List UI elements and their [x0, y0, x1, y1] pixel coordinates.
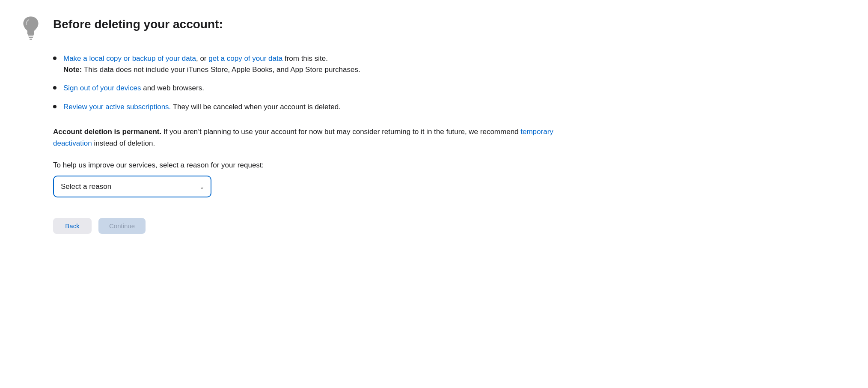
reason-prompt: To help us improve our services, select … — [53, 161, 582, 170]
continue-button[interactable]: Continue — [98, 218, 146, 234]
list-item: Make a local copy or backup of your data… — [53, 53, 582, 75]
page-title: Before deleting your account: — [53, 17, 223, 32]
list-item-content: Make a local copy or backup of your data… — [63, 53, 582, 75]
backup-data-link[interactable]: Make a local copy or backup of your data — [63, 54, 196, 63]
permanent-text: If you aren’t planning to use your accou… — [161, 128, 520, 136]
bold-warning: Account deletion is permanent. — [53, 128, 161, 136]
list-item: Sign out of your devices and web browser… — [53, 83, 582, 94]
list-item-content: Sign out of your devices and web browser… — [63, 83, 582, 94]
permanent-suffix: instead of deletion. — [92, 139, 155, 147]
header-section: Before deleting your account: — [17, 17, 582, 41]
back-button[interactable]: Back — [53, 218, 92, 234]
get-copy-link[interactable]: get a copy of your data — [208, 54, 282, 63]
suffix-text: and web browsers. — [141, 84, 204, 92]
svg-rect-0 — [28, 35, 34, 36]
bullet-dot — [53, 86, 56, 90]
reason-select[interactable]: Select a reason I have a privacy concern… — [53, 176, 211, 197]
suffix-text: They will be canceled when your account … — [171, 103, 341, 111]
list-item: Review your active subscriptions. They w… — [53, 101, 582, 113]
suffix-text: from this site. — [282, 54, 328, 63]
bullet-dot — [53, 105, 56, 108]
reason-dropdown-wrapper: Select a reason I have a privacy concern… — [53, 176, 211, 197]
note-label: Note: — [63, 66, 82, 74]
connector-text: , or — [196, 54, 208, 63]
subscriptions-link[interactable]: Review your active subscriptions. — [63, 103, 171, 111]
bullet-list: Make a local copy or backup of your data… — [53, 53, 582, 112]
list-item-content: Review your active subscriptions. They w… — [63, 101, 582, 113]
sign-out-link[interactable]: Sign out of your devices — [63, 84, 141, 92]
permanent-section: Account deletion is permanent. If you ar… — [53, 126, 582, 149]
lightbulb-icon — [17, 14, 45, 41]
note-text: This data does not include your iTunes S… — [82, 66, 360, 74]
content-area: Make a local copy or backup of your data… — [17, 53, 582, 234]
svg-rect-1 — [29, 37, 33, 38]
button-row: Back Continue — [53, 218, 582, 234]
svg-rect-2 — [30, 39, 32, 39]
bullet-dot — [53, 57, 56, 60]
